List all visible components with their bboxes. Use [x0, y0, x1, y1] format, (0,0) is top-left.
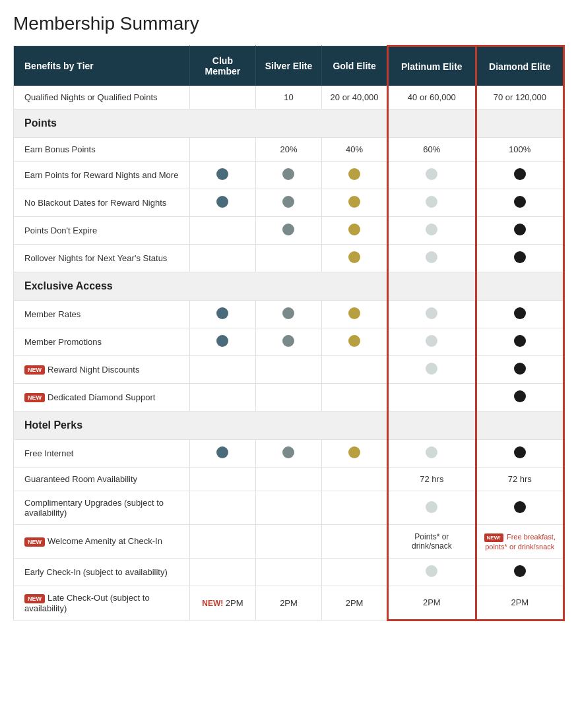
page-title: Membership Summary — [13, 13, 565, 34]
benefit-label: NEWDedicated Diamond Support — [14, 384, 190, 411]
gold-cell — [322, 384, 388, 411]
benefit-label: Member Promotions — [14, 328, 190, 356]
benefit-label: Earn Points for Reward Nights and More — [14, 162, 190, 189]
benefit-label: Points Don't Expire — [14, 217, 190, 245]
platinum-cell — [388, 189, 476, 217]
club-cell — [189, 301, 255, 328]
data-row: Qualified Nights or Qualified Points 10 … — [14, 86, 564, 109]
platinum-cell — [388, 384, 476, 411]
silver-cell — [255, 384, 321, 411]
diamond-cell — [476, 491, 563, 525]
data-dot-row: Complimentary Upgrades (subject to avail… — [14, 491, 564, 525]
gold-cell: 20 or 40,000 — [322, 86, 388, 109]
gold-cell — [322, 491, 388, 525]
club-cell — [189, 384, 255, 411]
club-cell: NEW! 2PM — [189, 586, 255, 621]
silver-cell — [255, 162, 321, 189]
silver-cell — [255, 217, 321, 245]
club-cell — [189, 440, 255, 468]
new-badge-inline: NEW! — [484, 533, 503, 542]
diamond-cell — [476, 328, 563, 356]
gold-cell — [322, 189, 388, 217]
platinum-cell: Points* or drink/snack — [388, 525, 476, 559]
benefit-label: NEWLate Check-Out (subject to availabili… — [14, 586, 190, 621]
club-cell — [189, 86, 255, 109]
section-row: Hotel Perks — [14, 411, 564, 440]
data-dot-row: Member Promotions — [14, 328, 564, 356]
platinum-cell — [388, 440, 476, 468]
col-diamond: Diamond Elite — [476, 46, 563, 86]
club-cell — [189, 491, 255, 525]
data-dot-row: Free Internet — [14, 440, 564, 468]
platinum-cell — [388, 559, 476, 586]
membership-table: Benefits by Tier Club Member Silver Elit… — [13, 45, 565, 621]
col-club: Club Member — [189, 46, 255, 86]
data-row: Guaranteed Room Availability 72 hrs 72 h… — [14, 468, 564, 491]
club-cell — [189, 328, 255, 356]
benefit-label: Early Check-In (subject to availability) — [14, 559, 190, 586]
col-gold: Gold Elite — [322, 46, 388, 86]
diamond-cell: 70 or 120,000 — [476, 86, 563, 109]
section-label: Hotel Perks — [14, 411, 388, 440]
data-dot-row: Points Don't Expire — [14, 217, 564, 245]
silver-cell — [255, 440, 321, 468]
diamond-cell — [476, 559, 563, 586]
diamond-cell — [476, 217, 563, 245]
diamond-cell: 2PM — [476, 586, 563, 621]
silver-cell: 10 — [255, 86, 321, 109]
gold-cell: 40% — [322, 138, 388, 162]
section-diamond-cell — [476, 411, 563, 440]
diamond-new-text: NEW! Free breakfast, points* or drink/sn… — [484, 533, 556, 551]
silver-cell — [255, 491, 321, 525]
section-platinum-cell — [388, 109, 476, 138]
club-cell — [189, 189, 255, 217]
gold-cell — [322, 525, 388, 559]
gold-cell — [322, 468, 388, 491]
club-cell — [189, 559, 255, 586]
data-new-row: NEWReward Night Discounts — [14, 356, 564, 384]
gold-cell — [322, 301, 388, 328]
data-dot-row: Early Check-In (subject to availability) — [14, 559, 564, 586]
col-benefit: Benefits by Tier — [14, 46, 190, 86]
table-header-row: Benefits by Tier Club Member Silver Elit… — [14, 46, 564, 86]
club-cell — [189, 138, 255, 162]
silver-cell — [255, 189, 321, 217]
silver-cell — [255, 468, 321, 491]
gold-cell — [322, 440, 388, 468]
diamond-cell — [476, 189, 563, 217]
silver-cell — [255, 525, 321, 559]
benefit-label: Complimentary Upgrades (subject to avail… — [14, 491, 190, 525]
new-badge: NEW — [24, 594, 45, 603]
silver-cell — [255, 559, 321, 586]
diamond-cell: 72 hrs — [476, 468, 563, 491]
section-label: Exclusive Access — [14, 272, 388, 301]
section-diamond-cell — [476, 272, 563, 301]
col-silver: Silver Elite — [255, 46, 321, 86]
late-checkout-row: NEWLate Check-Out (subject to availabili… — [14, 586, 564, 621]
platinum-cell — [388, 245, 476, 272]
new-badge: NEW — [24, 537, 45, 547]
silver-cell: 20% — [255, 138, 321, 162]
club-cell — [189, 525, 255, 559]
platinum-cell: 72 hrs — [388, 468, 476, 491]
gold-cell — [322, 328, 388, 356]
platinum-cell — [388, 328, 476, 356]
benefit-label: NEWReward Night Discounts — [14, 356, 190, 384]
platinum-cell — [388, 301, 476, 328]
section-platinum-cell — [388, 411, 476, 440]
gold-cell: 2PM — [322, 586, 388, 621]
diamond-cell — [476, 440, 563, 468]
club-cell — [189, 217, 255, 245]
club-cell — [189, 356, 255, 384]
col-platinum: Platinum Elite — [388, 46, 476, 86]
gold-cell — [322, 245, 388, 272]
club-cell — [189, 162, 255, 189]
benefit-label: Qualified Nights or Qualified Points — [14, 86, 190, 109]
data-dot-row: Earn Points for Reward Nights and More — [14, 162, 564, 189]
section-row: Exclusive Access — [14, 272, 564, 301]
benefit-label: Member Rates — [14, 301, 190, 328]
gold-cell — [322, 217, 388, 245]
benefit-label: NEWWelcome Amenity at Check-In — [14, 525, 190, 559]
section-platinum-cell — [388, 272, 476, 301]
diamond-cell — [476, 245, 563, 272]
